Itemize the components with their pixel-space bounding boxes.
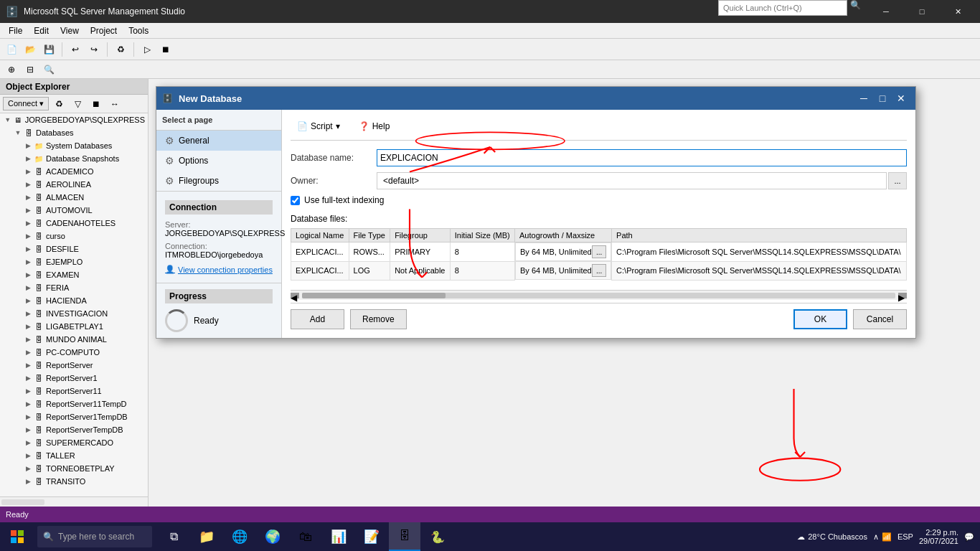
tree-db-liga[interactable]: ▶ 🗄 LIGABETPLAY1 xyxy=(0,320,148,333)
server-label: JORGEBEDOYAP\SQLEXPRESS xyxy=(25,116,145,124)
tree-db-ejemplo[interactable]: ▶ 🗄 EJEMPLO xyxy=(0,255,148,268)
tree-db-rs1t[interactable]: ▶ 🗄 ReportServer1TempDB xyxy=(0,410,148,423)
tree-db-rs11t[interactable]: ▶ 🗄 ReportServer11TempD xyxy=(0,397,148,410)
horizontal-scrollbar[interactable]: ◀ ▶ xyxy=(291,290,907,300)
ok-button[interactable]: OK xyxy=(793,309,847,329)
oe-sync-btn[interactable]: ↔ xyxy=(106,95,123,113)
tree-db-cadena[interactable]: ▶ 🗄 CADENAHOTELES xyxy=(0,217,148,230)
owner-browse-btn[interactable]: ... xyxy=(888,172,907,189)
progress-title: Progress xyxy=(165,289,273,303)
toolbar2-btn1[interactable]: ⊕ xyxy=(3,61,20,78)
oe-filter-btn[interactable]: ▽ xyxy=(69,95,86,113)
add-button[interactable]: Add xyxy=(291,309,344,329)
tree-db-rs1[interactable]: ▶ 🗄 ReportServer1 xyxy=(0,372,148,385)
view-conn-props-link[interactable]: 👤 View connection properties xyxy=(165,265,273,274)
tree-db-almacen[interactable]: ▶ 🗄 ALMACEN xyxy=(0,191,148,204)
script-button[interactable]: 📄 Script ▾ xyxy=(291,118,347,134)
toolbar-undo[interactable]: ↩ xyxy=(67,41,84,58)
notification-center-btn[interactable]: 💬 xyxy=(964,532,974,542)
toolbar-redo[interactable]: ↪ xyxy=(85,41,103,58)
tree-server[interactable]: ▼ 🖥 JORGEBEDOYAP\SQLEXPRESS xyxy=(0,113,148,126)
taskbar-office[interactable]: 📊 xyxy=(323,522,354,551)
databases-icon: 🗄 xyxy=(23,128,34,138)
remove-button[interactable]: Remove xyxy=(350,309,407,329)
minimize-button[interactable]: ─ xyxy=(870,0,903,23)
start-button[interactable] xyxy=(0,522,34,551)
tree-db-rs[interactable]: ▶ 🗄 ReportServer xyxy=(0,359,148,372)
oe-stop-btn[interactable]: ⏹ xyxy=(88,95,105,113)
taskbar-word[interactable]: 📝 xyxy=(356,522,387,551)
dialog-close-btn[interactable]: ✕ xyxy=(892,90,910,107)
menu-project[interactable]: Project xyxy=(85,24,123,37)
tree-db-transito[interactable]: ▶ 🗄 TRANSITO xyxy=(0,475,148,488)
tree-db-snapshots[interactable]: ▶ 📁 Database Snapshots xyxy=(0,152,148,165)
taskbar-explorer[interactable]: 📁 xyxy=(191,522,222,551)
tree-db-feria[interactable]: ▶ 🗄 FERIA xyxy=(0,281,148,294)
taskbar-store[interactable]: 🛍 xyxy=(290,522,321,551)
taskbar-chrome[interactable]: 🌍 xyxy=(257,522,288,551)
help-button[interactable]: ❓ Help xyxy=(352,118,397,134)
taskbar-taskview[interactable]: ⧉ xyxy=(158,522,189,551)
svg-rect-3 xyxy=(18,530,24,536)
toolbar-btn1[interactable]: ▷ xyxy=(138,41,156,58)
menu-view[interactable]: View xyxy=(55,24,85,37)
scroll-track[interactable] xyxy=(302,293,895,298)
taskbar-search[interactable]: 🔍 Type here to search xyxy=(37,526,152,547)
tree-db-curso[interactable]: ▶ 🗄 curso xyxy=(0,230,148,242)
tree-db-rs11[interactable]: ▶ 🗄 ReportServer11 xyxy=(0,385,148,397)
cancel-button[interactable]: Cancel xyxy=(853,309,907,329)
owner-input: <default> xyxy=(377,172,887,189)
oe-scrollbar[interactable] xyxy=(1,499,44,505)
tree-db-pc[interactable]: ▶ 🗄 PC-COMPUTO xyxy=(0,346,148,359)
dialog-minimize-btn[interactable]: ─ xyxy=(855,90,872,107)
tree-db-examen[interactable]: ▶ 🗄 EXAMEN xyxy=(0,268,148,281)
menu-tools[interactable]: Tools xyxy=(123,24,154,37)
toolbar-open[interactable]: 📂 xyxy=(22,41,39,58)
row2-ellipsis-btn[interactable]: ... xyxy=(592,264,606,277)
tree-db-desfile[interactable]: ▶ 🗄 DESFILE xyxy=(0,242,148,255)
page-options[interactable]: ⚙ Options xyxy=(156,151,281,171)
quick-launch-input[interactable] xyxy=(718,0,847,16)
dialog-body: Select a page ⚙ General ⚙ Options ⚙ File… xyxy=(156,110,915,338)
tree-system-db[interactable]: ▶ 📁 System Databases xyxy=(0,139,148,152)
taskbar-edge[interactable]: 🌐 xyxy=(224,522,255,551)
toolbar-save[interactable]: 💾 xyxy=(40,41,57,58)
oe-connect-btn[interactable]: Connect ▾ xyxy=(3,97,49,110)
scroll-right-btn[interactable]: ▶ xyxy=(898,293,907,298)
dialog-maximize-btn[interactable]: □ xyxy=(874,90,891,107)
tree-db-academico[interactable]: ▶ 🗄 ACADEMICO xyxy=(0,165,148,178)
maximize-button[interactable]: □ xyxy=(905,0,938,23)
taskbar-python[interactable]: 🐍 xyxy=(422,522,453,551)
tree-db-mundo[interactable]: ▶ 🗄 MUNDO ANIMAL xyxy=(0,333,148,346)
toolbar-btn2[interactable]: ⏹ xyxy=(157,41,174,58)
tree-db-hacienda[interactable]: ▶ 🗄 HACIENDA xyxy=(0,294,148,307)
tree-db-super[interactable]: ▶ 🗄 SUPERMERCADO xyxy=(0,436,148,449)
row1-ellipsis-btn[interactable]: ... xyxy=(592,245,606,258)
menu-edit[interactable]: Edit xyxy=(28,24,55,37)
page-general[interactable]: ⚙ General xyxy=(156,131,281,151)
tree-db-invest[interactable]: ▶ 🗄 INVESTIGACION xyxy=(0,307,148,320)
toolbar2-btn3[interactable]: 🔍 xyxy=(40,61,57,78)
toolbar2-btn2[interactable]: ⊟ xyxy=(22,61,39,78)
tree-db-rst[interactable]: ▶ 🗄 ReportServerTempDB xyxy=(0,423,148,436)
db-invest-icon: 🗄 xyxy=(33,309,44,319)
toolbar-new[interactable]: 📄 xyxy=(3,41,20,58)
db-name-input[interactable] xyxy=(377,149,907,166)
tree-db-automovil[interactable]: ▶ 🗄 AUTOMOVIL xyxy=(0,204,148,217)
toolbar-2: ⊕ ⊟ 🔍 xyxy=(0,60,980,79)
tree-db-taller[interactable]: ▶ 🗄 TALLER xyxy=(0,449,148,462)
page-filegroups[interactable]: ⚙ Filegroups xyxy=(156,171,281,191)
menu-file[interactable]: File xyxy=(3,24,28,37)
col-autogrowth: Autogrowth / Maxsize xyxy=(515,229,612,242)
close-button[interactable]: ✕ xyxy=(941,0,974,23)
fulltext-checkbox[interactable] xyxy=(291,196,300,205)
oe-refresh-btn[interactable]: ♻ xyxy=(50,95,67,113)
snapshots-icon: 📁 xyxy=(33,154,44,164)
scroll-left-btn[interactable]: ◀ xyxy=(291,293,299,298)
tree-db-torneo[interactable]: ▶ 🗄 TORNEOBETPLAY xyxy=(0,462,148,475)
taskbar-ssms[interactable]: 🗄 xyxy=(389,522,420,551)
scroll-thumb[interactable] xyxy=(302,293,446,298)
tree-databases[interactable]: ▼ 🗄 Databases xyxy=(0,126,148,139)
toolbar-refresh[interactable]: ♻ xyxy=(112,41,129,58)
tree-db-aerolinea[interactable]: ▶ 🗄 AEROLINEA xyxy=(0,178,148,191)
